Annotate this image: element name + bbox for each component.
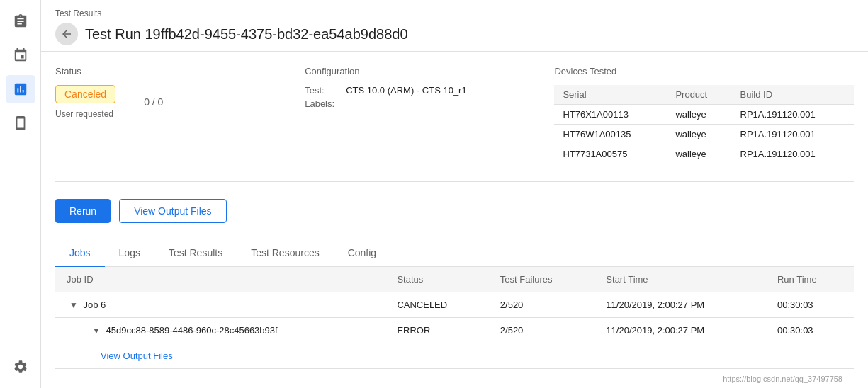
sidebar-item-phone[interactable] (6, 109, 35, 137)
tab-config[interactable]: Config (334, 240, 390, 267)
jobs-col-failures: Test Failures (489, 267, 595, 292)
config-labels-row: Labels: (305, 98, 554, 109)
devices-label: Devices Tested (554, 66, 854, 76)
content-area: Status Canceled User requested 0 / 0 Con… (41, 52, 868, 388)
rerun-button[interactable]: Rerun (55, 199, 111, 223)
sidebar-item-settings[interactable] (6, 353, 35, 381)
jobs-col-id: Job ID (55, 267, 385, 292)
status-col: Status Canceled User requested 0 / 0 (55, 66, 305, 164)
tab-jobs[interactable]: Jobs (55, 240, 105, 267)
table-row: HT7731A00575walleyeRP1A.191120.001 (554, 144, 854, 164)
view-output-files-link[interactable]: View Output Files (101, 350, 173, 361)
progress-text: 0 / 0 (144, 96, 163, 108)
page-title: Test Run 19ffb42d-9455-4375-bd32-ea54ab9… (85, 26, 408, 42)
table-row: ▼ 45d9cc88-8589-4486-960c-28c45663b93fER… (55, 318, 854, 343)
devices-col-serial: Serial (554, 85, 667, 105)
jobs-table: Job ID Status Test Failures Start Time R… (55, 267, 854, 369)
sidebar-item-clipboard[interactable] (6, 7, 35, 35)
sidebar-item-calendar[interactable] (6, 41, 35, 69)
jobs-col-runtime: Run Time (766, 267, 854, 292)
main-content: Test Results Test Run 19ffb42d-9455-4375… (41, 0, 868, 388)
status-sub: User requested (55, 109, 115, 119)
view-output-button[interactable]: View Output Files (119, 199, 226, 223)
config-test-row: Test: CTS 10.0 (ARM) - CTS 10_r1 (305, 85, 554, 96)
config-col: Configuration Test: CTS 10.0 (ARM) - CTS… (305, 66, 554, 164)
config-label: Configuration (305, 66, 554, 76)
status-row: Canceled User requested 0 / 0 (55, 85, 305, 119)
expand-button[interactable]: ▼ (89, 326, 103, 336)
header: Test Results Test Run 19ffb42d-9455-4375… (41, 0, 868, 52)
tab-test-results[interactable]: Test Results (154, 240, 237, 267)
sidebar (0, 0, 41, 388)
devices-col-product: Product (667, 85, 731, 105)
status-badge: Canceled (55, 85, 115, 103)
tab-test-resources[interactable]: Test Resources (237, 240, 333, 267)
table-row: ▼ Job 6CANCELED2/52011/20/2019, 2:00:27 … (55, 292, 854, 318)
status-label: Status (55, 66, 305, 76)
back-button[interactable] (55, 23, 78, 45)
table-row: HT76W1A00135walleyeRP1A.191120.001 (554, 125, 854, 144)
breadcrumb: Test Results (55, 8, 854, 18)
devices-table: Serial Product Build ID HT76X1A00113wall… (554, 85, 854, 164)
devices-col-buildid: Build ID (732, 85, 855, 105)
action-buttons: Rerun View Output Files (55, 199, 854, 223)
view-output-row: View Output Files (55, 343, 854, 369)
sidebar-item-chart[interactable] (6, 75, 35, 103)
title-row: Test Run 19ffb42d-9455-4375-bd32-ea54ab9… (55, 23, 854, 45)
config-test-key: Test: (305, 85, 340, 96)
table-row: HT76X1A00113walleyeRP1A.191120.001 (554, 105, 854, 125)
config-test-val: CTS 10.0 (ARM) - CTS 10_r1 (346, 85, 467, 96)
tab-logs[interactable]: Logs (105, 240, 154, 267)
expand-button[interactable]: ▼ (67, 300, 81, 310)
footer-link: https://blog.csdn.net/qq_37497758 (55, 372, 854, 386)
devices-col: Devices Tested Serial Product Build ID H… (554, 66, 854, 164)
config-labels-key: Labels: (305, 98, 340, 109)
info-section: Status Canceled User requested 0 / 0 Con… (55, 66, 854, 182)
jobs-col-start: Start Time (594, 267, 766, 292)
jobs-col-status: Status (385, 267, 488, 292)
tabs-bar: JobsLogsTest ResultsTest ResourcesConfig (55, 240, 854, 267)
